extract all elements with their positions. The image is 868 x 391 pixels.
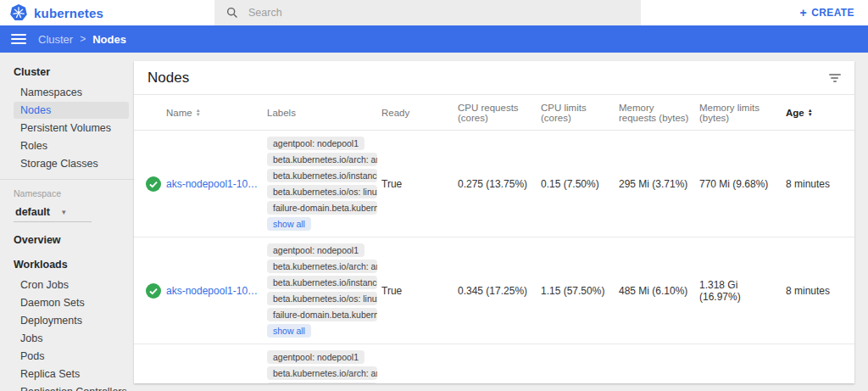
label-chip: beta.kubernetes.io/instance-t...: [267, 383, 377, 383]
ready-cell: True: [381, 178, 458, 190]
sidebar-item-daemon-sets[interactable]: Daemon Sets: [14, 294, 129, 311]
label-chip: agentpool: nodepool1: [267, 137, 364, 150]
show-all-link[interactable]: show all: [267, 324, 311, 338]
column-header-name-label: Name: [166, 108, 192, 118]
column-header-age-label: Age: [786, 108, 804, 118]
node-link[interactable]: aks-nodepool1-10230590-vm...: [166, 285, 260, 297]
search-bar[interactable]: [214, 0, 641, 25]
column-header-ready[interactable]: Ready: [381, 108, 458, 118]
card-title: Nodes: [147, 70, 189, 87]
label-chip: beta.kubernetes.io/arch: amd...: [267, 153, 377, 166]
chevron-right-icon: >: [80, 33, 86, 45]
sidebar-item-replica-sets[interactable]: Replica Sets: [14, 366, 129, 383]
plus-icon: +: [800, 7, 808, 19]
label-chip: beta.kubernetes.io/instance-t...: [267, 276, 377, 289]
cpu-limits-cell: 1.15 (57.50%): [541, 285, 619, 297]
logo-text: kubernetes: [34, 6, 103, 20]
column-header-age[interactable]: Age ▲▼: [786, 108, 843, 118]
label-chip: beta.kubernetes.io/os: linux: [267, 292, 377, 305]
menu-icon[interactable]: [11, 31, 26, 47]
cpu-requests-cell: 0.275 (13.75%): [458, 178, 541, 190]
sidebar-item-nodes[interactable]: Nodes: [14, 102, 129, 119]
table-row: aks-nodepool1-10230590-vm... agentpool: …: [134, 344, 854, 383]
kubernetes-wheel-icon: [9, 3, 28, 22]
sidebar: Cluster Namespaces Nodes Persistent Volu…: [0, 53, 134, 391]
cpu-limits-cell: 0.15 (7.50%): [541, 178, 619, 190]
create-button-label: CREATE: [811, 7, 854, 19]
filter-icon[interactable]: [828, 70, 841, 86]
sidebar-item-pods[interactable]: Pods: [14, 348, 129, 365]
namespace-label: Namespace: [0, 185, 134, 200]
breadcrumb-section[interactable]: Cluster: [38, 33, 73, 46]
node-link[interactable]: aks-nodepool1-10230590-vm...: [166, 178, 260, 190]
memory-limits-cell: 770 Mi (9.68%): [699, 178, 786, 190]
sidebar-item-overview[interactable]: Overview: [0, 227, 134, 252]
sidebar-item-storage-classes[interactable]: Storage Classes: [14, 155, 129, 172]
memory-requests-cell: 295 Mi (3.71%): [619, 178, 699, 190]
age-cell: 8 minutes: [786, 285, 843, 297]
node-name-cell: aks-nodepool1-10230590-vm...: [146, 283, 267, 299]
table-row: aks-nodepool1-10230590-vm... agentpool: …: [134, 131, 854, 237]
sidebar-item-deployments[interactable]: Deployments: [14, 312, 129, 329]
labels-cell: agentpool: nodepool1 beta.kubernetes.io/…: [267, 237, 381, 344]
search-icon: [226, 7, 238, 19]
sort-icon-active: ▲▼: [808, 109, 813, 116]
sidebar-item-namespaces[interactable]: Namespaces: [14, 84, 129, 101]
breadcrumb: Cluster > Nodes: [38, 33, 126, 46]
label-chip: beta.kubernetes.io/arch: amd...: [267, 366, 377, 380]
column-header-memory-requests[interactable]: Memory requests (bytes): [619, 103, 699, 123]
card-header: Nodes: [134, 61, 854, 95]
nodes-card: Nodes Name ▲▼ Labels Ready CPU requests …: [134, 61, 854, 383]
column-header-name[interactable]: Name ▲▼: [146, 108, 267, 118]
table-header-row: Name ▲▼ Labels Ready CPU requests (cores…: [134, 95, 854, 131]
show-all-link[interactable]: show all: [267, 217, 311, 231]
label-chip: agentpool: nodepool1: [267, 243, 364, 257]
label-chip: beta.kubernetes.io/os: linux: [267, 185, 377, 198]
column-header-memory-limits[interactable]: Memory limits (bytes): [699, 103, 786, 123]
table-row: aks-nodepool1-10230590-vm... agentpool: …: [134, 237, 854, 344]
column-header-cpu-limits[interactable]: CPU limits (cores): [541, 103, 619, 123]
memory-requests-cell: 485 Mi (6.10%): [619, 285, 699, 297]
search-input[interactable]: [248, 7, 587, 19]
sidebar-header-workloads: Workloads: [0, 252, 134, 276]
sort-icon: ▲▼: [196, 109, 201, 116]
sidebar-divider: [0, 179, 134, 180]
labels-cell: agentpool: nodepool1 beta.kubernetes.io/…: [267, 131, 381, 237]
breadcrumb-page: Nodes: [92, 33, 126, 46]
sidebar-item-roles[interactable]: Roles: [14, 137, 129, 154]
breadcrumb-toolbar: Cluster > Nodes: [0, 25, 868, 53]
node-name-cell: aks-nodepool1-10230590-vm...: [146, 176, 267, 192]
namespace-value: default: [15, 206, 50, 218]
status-ok-icon: [146, 283, 161, 299]
memory-limits-cell: 1.318 Gi (16.97%): [699, 279, 786, 303]
cpu-requests-cell: 0.345 (17.25%): [458, 285, 541, 297]
status-ok-icon: [146, 176, 161, 192]
age-cell: 8 minutes: [786, 178, 843, 190]
column-header-labels[interactable]: Labels: [267, 108, 381, 118]
sidebar-item-persistent-volumes[interactable]: Persistent Volumes: [14, 120, 129, 137]
kubernetes-logo[interactable]: kubernetes: [0, 3, 214, 22]
ready-cell: True: [381, 285, 458, 297]
app-header: kubernetes + CREATE: [0, 0, 868, 25]
namespace-select[interactable]: default ▾: [14, 204, 92, 222]
labels-cell: agentpool: nodepool1 beta.kubernetes.io/…: [267, 344, 381, 383]
label-chip: beta.kubernetes.io/arch: amd...: [267, 260, 377, 273]
chevron-down-icon: ▾: [62, 208, 66, 216]
sidebar-item-replication-controllers[interactable]: Replication Controllers: [14, 383, 129, 391]
sidebar-item-jobs[interactable]: Jobs: [14, 330, 129, 347]
label-chip: agentpool: nodepool1: [267, 350, 364, 364]
label-chip: failure-domain.beta.kubernet...: [267, 308, 377, 321]
create-button[interactable]: + CREATE: [800, 7, 854, 19]
column-header-cpu-requests[interactable]: CPU requests (cores): [458, 103, 541, 123]
label-chip: failure-domain.beta.kubernet...: [267, 201, 377, 215]
label-chip: beta.kubernetes.io/instance-t...: [267, 169, 377, 182]
sidebar-header-cluster: Cluster: [0, 59, 134, 84]
sidebar-item-cron-jobs[interactable]: Cron Jobs: [14, 276, 129, 293]
